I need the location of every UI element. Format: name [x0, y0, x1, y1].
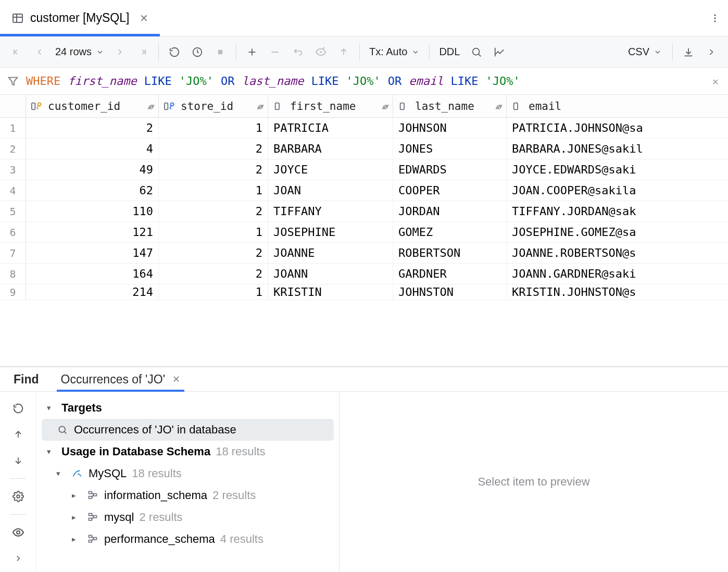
col-last-name[interactable]: last_name ▲▼	[393, 95, 507, 117]
table-row[interactable]: 51102TIFFANYJORDANTIFFANY.JORDAN@sak	[0, 201, 728, 222]
find-tab-find[interactable]: Find	[10, 367, 42, 391]
table-row[interactable]: 81642JOANNGARDNERJOANN.GARDNER@saki	[0, 264, 728, 284]
cell-first-name[interactable]: BARBARA	[268, 139, 393, 159]
filter-close-icon[interactable]: ✕	[710, 75, 721, 88]
cell-email[interactable]: KRISTIN.JOHNSTON@s	[507, 284, 728, 300]
cell-customer-id[interactable]: 4	[26, 139, 159, 159]
table-row[interactable]: 4621JOANCOOPERJOAN.COOPER@sakila	[0, 180, 728, 201]
table-row[interactable]: 92141KRISTINJOHNSTONKRISTIN.JOHNSTON@s	[0, 284, 728, 300]
cell-customer-id[interactable]: 110	[26, 201, 159, 221]
cell-store-id[interactable]: 2	[159, 264, 268, 284]
cell-customer-id[interactable]: 62	[26, 180, 159, 201]
cell-email[interactable]: JOAN.COOPER@sakila	[507, 180, 728, 201]
table-row[interactable]: 61211JOSEPHINEGOMEZJOSEPHINE.GOMEZ@sa	[0, 222, 728, 243]
add-row-button[interactable]	[241, 41, 263, 64]
tree-mysql-schema[interactable]: ▸ mysql 2 results	[42, 506, 334, 528]
tab-customer[interactable]: customer [MySQL] ✕	[0, 0, 160, 36]
rerun-search-button[interactable]	[8, 398, 29, 419]
cell-store-id[interactable]: 1	[159, 118, 268, 138]
cell-customer-id[interactable]: 49	[26, 159, 159, 180]
cell-last-name[interactable]: EDWARDS	[393, 159, 507, 180]
tree-targets[interactable]: ▾ Targets	[42, 397, 334, 419]
cell-email[interactable]: JOYCE.EDWARDS@saki	[507, 159, 728, 180]
cell-store-id[interactable]: 2	[159, 243, 268, 263]
delete-row-button[interactable]	[263, 41, 286, 64]
cell-customer-id[interactable]: 164	[26, 264, 159, 284]
tree-information-schema[interactable]: ▸ information_schema 2 results	[42, 484, 334, 506]
history-button[interactable]	[186, 41, 209, 64]
reload-button[interactable]	[163, 41, 186, 64]
submit-button[interactable]	[332, 41, 355, 64]
close-tab-icon[interactable]: ✕	[172, 374, 180, 385]
tab-more-button[interactable]	[702, 0, 728, 36]
cell-first-name[interactable]: JOSEPHINE	[268, 222, 393, 242]
cell-customer-id[interactable]: 2	[26, 118, 159, 138]
col-store-id[interactable]: store_id ▲▼	[159, 95, 268, 117]
next-occurrence-button[interactable]	[8, 450, 29, 471]
find-settings-button[interactable]	[8, 486, 29, 507]
tree-occurrence-item[interactable]: Occurrences of 'JO' in database	[42, 419, 334, 441]
tree-usage-header[interactable]: ▾ Usage in Database Schema 18 results	[42, 441, 334, 463]
table-row[interactable]: 3492JOYCEEDWARDSJOYCE.EDWARDS@saki	[0, 159, 728, 180]
cell-last-name[interactable]: JOHNSTON	[393, 284, 507, 300]
preview-toggle-button[interactable]	[8, 522, 29, 543]
cell-last-name[interactable]: JOHNSON	[393, 118, 507, 138]
cell-first-name[interactable]: JOAN	[268, 180, 393, 201]
ddl-button[interactable]: DDL	[434, 46, 465, 58]
cell-first-name[interactable]: TIFFANY	[268, 201, 393, 221]
prev-occurrence-button[interactable]	[8, 424, 29, 445]
prev-page-button[interactable]	[28, 41, 51, 64]
cell-email[interactable]: TIFFANY.JORDAN@sak	[507, 201, 728, 221]
cell-last-name[interactable]: GARDNER	[393, 264, 507, 284]
tree-mysql[interactable]: ▾ MySQL 18 results	[42, 463, 334, 484]
tree-performance-schema[interactable]: ▸ performance_schema 4 results	[42, 528, 334, 550]
cell-last-name[interactable]: JONES	[393, 139, 507, 159]
cell-customer-id[interactable]: 147	[26, 243, 159, 263]
find-tab-occurrences[interactable]: Occurrences of 'JO' ✕	[58, 367, 184, 391]
cell-first-name[interactable]: JOYCE	[268, 159, 393, 180]
cell-last-name[interactable]: ROBERTSON	[393, 243, 507, 263]
cell-last-name[interactable]: GOMEZ	[393, 222, 507, 242]
table-row[interactable]: 121PATRICIAJOHNSONPATRICIA.JOHNSON@sa	[0, 118, 728, 139]
cell-store-id[interactable]: 2	[159, 139, 268, 159]
close-tab-icon[interactable]: ✕	[140, 12, 148, 24]
search-button[interactable]	[465, 41, 488, 64]
cell-store-id[interactable]: 2	[159, 159, 268, 180]
row-count-dropdown[interactable]: 24 rows	[51, 46, 108, 58]
download-button[interactable]	[677, 41, 700, 64]
chart-button[interactable]	[488, 41, 511, 64]
cell-first-name[interactable]: JOANN	[268, 264, 393, 284]
tx-mode-dropdown[interactable]: Tx: Auto	[364, 46, 425, 58]
table-row[interactable]: 71472JOANNEROBERTSONJOANNE.ROBERTSON@s	[0, 243, 728, 264]
col-customer-id[interactable]: customer_id ▲▼	[26, 95, 159, 117]
cell-email[interactable]: JOSEPHINE.GOMEZ@sa	[507, 222, 728, 242]
last-page-button[interactable]	[131, 41, 154, 64]
cell-email[interactable]: JOANNE.ROBERTSON@s	[507, 243, 728, 263]
filter-bar[interactable]: WHERE first_name LIKE 'JO%' OR last_name…	[0, 68, 728, 95]
export-format-dropdown[interactable]: CSV	[622, 46, 668, 58]
col-email[interactable]: email	[507, 95, 728, 117]
revert-button[interactable]	[286, 41, 309, 64]
table-row[interactable]: 242BARBARAJONESBARBARA.JONES@sakil	[0, 139, 728, 159]
cell-first-name[interactable]: KRISTIN	[268, 284, 393, 300]
cell-last-name[interactable]: JORDAN	[393, 201, 507, 221]
cell-email[interactable]: BARBARA.JONES@sakil	[507, 139, 728, 159]
cell-customer-id[interactable]: 121	[26, 222, 159, 242]
cell-store-id[interactable]: 1	[159, 180, 268, 201]
first-page-button[interactable]	[5, 41, 28, 64]
cell-email[interactable]: PATRICIA.JOHNSON@sa	[507, 118, 728, 138]
cell-store-id[interactable]: 2	[159, 201, 268, 221]
preview-changes-button[interactable]	[309, 41, 332, 64]
col-first-name[interactable]: first_name ▲▼	[268, 95, 393, 117]
cell-last-name[interactable]: COOPER	[393, 180, 507, 201]
cell-first-name[interactable]: JOANNE	[268, 243, 393, 263]
next-page-button[interactable]	[108, 41, 131, 64]
expand-panel-button[interactable]	[8, 548, 29, 569]
cell-customer-id[interactable]: 214	[26, 284, 159, 300]
cell-email[interactable]: JOANN.GARDNER@saki	[507, 264, 728, 284]
cell-store-id[interactable]: 1	[159, 222, 268, 242]
cell-first-name[interactable]: PATRICIA	[268, 118, 393, 138]
expand-toolbar-button[interactable]	[700, 41, 723, 64]
cell-store-id[interactable]: 1	[159, 284, 268, 300]
stop-button[interactable]	[209, 41, 232, 64]
